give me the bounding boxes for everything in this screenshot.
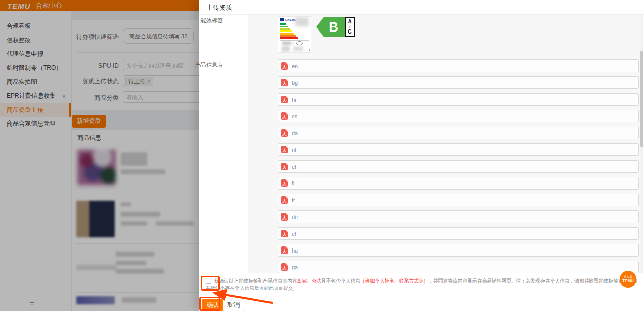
file-language-code: el: [292, 231, 296, 237]
page: TEMU 合规中心 合规看板侵权整改代理信息申报临时限制令（TRO）商品实拍图E…: [0, 0, 644, 311]
pdf-file-icon: [281, 163, 288, 170]
pdf-file-icon: [281, 213, 288, 221]
product-sheet-row[interactable]: hr: [278, 93, 639, 106]
slash-mark: /: [293, 41, 294, 45]
file-language-code: cs: [292, 113, 297, 119]
fine-print-mark: [309, 49, 310, 51]
product-sheet-row[interactable]: fi: [278, 177, 639, 190]
product-sheet-row[interactable]: cs: [278, 110, 639, 122]
cancel-button[interactable]: 取消: [223, 299, 244, 311]
disclaimer: 我确认以上能效标签和产品信息表内容真实、合法且不包含个人信息（诸如个人姓名、联系…: [206, 277, 641, 292]
energy-bar: [280, 30, 292, 33]
pdf-file-icon: [281, 246, 288, 254]
product-sheets-field-label: 产品信息表: [192, 61, 223, 69]
pdf-file-icon: [281, 112, 288, 120]
file-language-code: nl: [292, 147, 296, 153]
pdf-file-icon: [281, 230, 288, 237]
file-language-code: bg: [292, 80, 298, 86]
confirm-button[interactable]: 确认: [202, 299, 223, 311]
pdf-file-icon: [281, 263, 288, 271]
pdf-file-icon: [281, 146, 288, 153]
file-language-code: en: [292, 63, 298, 69]
product-sheet-row[interactable]: nl: [278, 143, 639, 156]
file-language-code: da: [292, 130, 298, 136]
energy-bar: [280, 35, 296, 37]
censored-kwh-value: [282, 42, 291, 45]
product-sheet-row[interactable]: hu: [278, 244, 639, 257]
product-sheet-row[interactable]: de: [278, 210, 639, 223]
file-language-code: de: [292, 214, 298, 220]
pdf-file-icon: [281, 196, 288, 204]
scrollbar-thumb[interactable]: [640, 51, 643, 147]
file-language-code: fi: [292, 180, 295, 186]
censored-pictogram: [293, 46, 303, 51]
file-language-code: et: [292, 164, 296, 170]
drawer-footer: 我确认以上能效标签和产品信息表内容真实、合法且不包含个人信息（诸如个人姓名、联系…: [199, 273, 644, 311]
energy-bar: [280, 28, 290, 30]
upload-drawer: 上传资质 能效标签 产品信息表 ENERG /: [199, 0, 644, 311]
pdf-file-icon: [281, 179, 288, 187]
product-sheet-row[interactable]: et: [278, 160, 639, 173]
censored-qr-code: [295, 17, 309, 26]
file-language-code: hr: [292, 97, 297, 103]
energy-scale-box: A ↑ G: [345, 17, 355, 37]
product-sheet-row[interactable]: da: [278, 127, 639, 139]
confirm-checkbox[interactable]: [206, 278, 211, 284]
product-sheet-row[interactable]: en: [278, 59, 639, 72]
energy-rating-arrow: B: [316, 17, 345, 37]
drawer-title: 上传资质: [199, 0, 644, 15]
censored-pictogram: [282, 46, 290, 52]
energy-label-field-label: 能效标签: [192, 17, 223, 24]
energy-label-thumbnail[interactable]: ENERG /: [278, 16, 311, 53]
energy-bar: [280, 37, 298, 39]
pdf-file-icon: [281, 62, 288, 70]
energy-ellipse-icon: [296, 41, 303, 45]
pdf-file-icon: [281, 79, 288, 86]
eu-flag-icon: [280, 18, 284, 21]
file-language-code: fr: [292, 197, 295, 203]
energy-bar: [280, 33, 294, 35]
product-sheet-row[interactable]: el: [278, 227, 639, 240]
file-language-code: hu: [292, 247, 298, 254]
pdf-file-icon: [281, 129, 288, 137]
temu-float-badge[interactable]: 抢大单 TEMU: [620, 271, 636, 288]
product-sheet-row[interactable]: ga: [278, 261, 639, 273]
file-language-code: ga: [292, 264, 298, 270]
product-sheet-row[interactable]: fr: [278, 194, 639, 206]
drawer-form-panel: ENERG / B A ↑ G enbghr: [248, 15, 640, 273]
energy-bar: [280, 26, 288, 28]
product-sheet-row[interactable]: bg: [278, 76, 639, 89]
pdf-file-icon: [281, 96, 288, 103]
energy-bar: [280, 23, 286, 25]
